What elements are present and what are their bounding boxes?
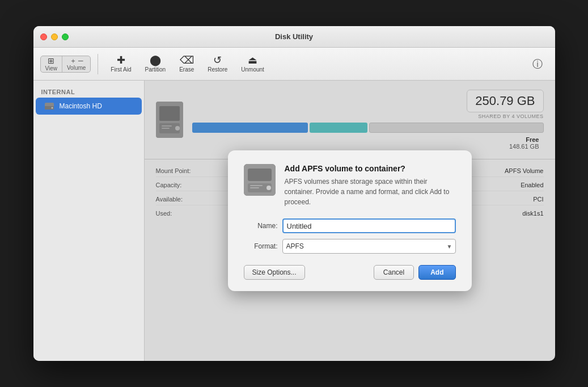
restore-icon: ↺: [213, 55, 222, 65]
size-options-button[interactable]: Size Options...: [244, 265, 305, 280]
dialog-text: Add APFS volume to container? APFS volum…: [285, 164, 456, 207]
minimize-button[interactable]: [51, 33, 58, 40]
format-select[interactable]: APFSAPFS (Encrypted)APFS (Case-sensitive…: [282, 239, 456, 254]
name-label: Name:: [244, 222, 278, 230]
svg-rect-10: [248, 169, 272, 181]
name-row: Name:: [244, 218, 456, 233]
cancel-button[interactable]: Cancel: [374, 265, 414, 280]
traffic-lights: [40, 33, 69, 40]
info-icon: ⓘ: [532, 57, 543, 71]
dialog-header: Add APFS volume to container? APFS volum…: [244, 164, 456, 207]
sidebar-item-label: Macintosh HD: [60, 102, 102, 110]
sidebar-item-macintosh-hd[interactable]: Macintosh HD: [36, 98, 142, 115]
unmount-tool[interactable]: ⏏ Unmount: [235, 51, 270, 77]
erase-tool[interactable]: ⌫ Erase: [174, 51, 200, 77]
first-aid-icon: ✚: [117, 55, 125, 65]
main-window: Disk Utility ⊞ View ＋ ─ Volume ✚ First A…: [33, 26, 555, 361]
view-volume-group: ⊞ View ＋ ─ Volume: [40, 56, 91, 73]
dialog-disk-icon: [244, 164, 276, 196]
close-button[interactable]: [40, 33, 47, 40]
format-row: Format: APFSAPFS (Encrypted)APFS (Case-s…: [244, 239, 456, 254]
dialog-buttons: Size Options... Cancel Add: [244, 265, 456, 280]
sidebar: Internal Macintosh HD: [33, 81, 145, 361]
sidebar-section-internal: Internal: [33, 86, 144, 98]
content-panel: 250.79 GB SHARED BY 4 VOLUMES Free 148.6…: [145, 81, 555, 361]
view-icon: ⊞: [48, 57, 54, 65]
volume-button[interactable]: ＋ ─ Volume: [62, 56, 90, 72]
maximize-button[interactable]: [62, 33, 69, 40]
svg-point-12: [266, 186, 271, 190]
partition-tool[interactable]: ⬤ Partition: [139, 51, 171, 77]
hard-drive-icon: [44, 100, 55, 112]
first-aid-tool[interactable]: ✚ First Aid: [105, 51, 137, 77]
dialog-overlay: Add APFS volume to container? APFS volum…: [145, 81, 555, 361]
unmount-icon: ⏏: [248, 55, 257, 65]
main-area: Internal Macintosh HD: [33, 81, 555, 361]
dialog-form: Name: Format: APFSAPFS (Encrypted)APFS (…: [244, 218, 456, 254]
add-apfs-dialog: Add APFS volume to container? APFS volum…: [228, 150, 472, 291]
partition-icon: ⬤: [150, 55, 161, 65]
format-label: Format:: [244, 242, 278, 250]
toolbar-separator-1: [98, 54, 98, 74]
dialog-description: APFS volumes share storage space within …: [285, 176, 456, 207]
title-bar: Disk Utility: [33, 26, 555, 48]
volume-icon: ＋ ─: [70, 57, 83, 64]
svg-rect-13: [250, 185, 263, 186]
svg-point-2: [51, 107, 53, 109]
format-select-wrapper: APFSAPFS (Encrypted)APFS (Case-sensitive…: [282, 239, 456, 254]
toolbar: ⊞ View ＋ ─ Volume ✚ First Aid ⬤ Partitio…: [33, 48, 555, 81]
dialog-title: Add APFS volume to container?: [285, 164, 456, 173]
erase-icon: ⌫: [180, 55, 194, 65]
name-input[interactable]: [282, 218, 456, 233]
svg-rect-14: [250, 187, 259, 188]
info-tool[interactable]: ⓘ: [527, 51, 548, 77]
add-button[interactable]: Add: [418, 265, 455, 280]
view-button[interactable]: ⊞ View: [41, 56, 63, 72]
window-title: Disk Utility: [275, 32, 313, 41]
restore-tool[interactable]: ↺ Restore: [202, 51, 233, 77]
